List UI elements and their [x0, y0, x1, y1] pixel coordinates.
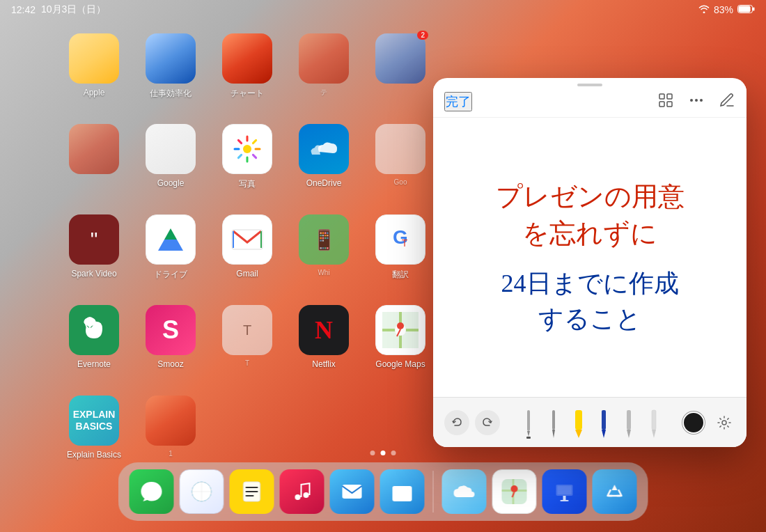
app-goo2[interactable]: Goo [362, 118, 439, 209]
svg-point-40 [304, 492, 309, 498]
dock-messages[interactable] [130, 469, 174, 514]
date: 10月3日（日） [41, 3, 106, 16]
wifi-icon [698, 4, 710, 15]
badge-count: 2 [417, 31, 428, 40]
svg-rect-58 [667, 102, 672, 107]
svg-marker-16 [158, 240, 183, 251]
svg-marker-75 [652, 430, 656, 438]
note-done-button[interactable]: 完了 [444, 92, 472, 111]
dock-files[interactable] [380, 469, 425, 514]
app-google-maps[interactable]: Google Maps [362, 299, 439, 390]
app-drive[interactable]: ドライブ [132, 209, 209, 299]
page-dots [370, 451, 396, 455]
dock-app-store[interactable] [593, 469, 637, 514]
color-picker[interactable] [682, 412, 705, 434]
svg-rect-74 [652, 410, 656, 430]
app-label-evernote: Evernote [77, 359, 111, 369]
svg-rect-56 [667, 94, 672, 99]
dock-notes[interactable] [230, 469, 274, 514]
app-label-goo2: Goo [394, 178, 407, 186]
note-line4: すること [538, 305, 641, 333]
svg-point-28 [397, 322, 404, 329]
dot-3 [391, 451, 396, 455]
note-edit-icon[interactable] [719, 92, 735, 111]
app-label-onedrive: OneDrive [306, 178, 342, 188]
svg-rect-1 [753, 8, 755, 11]
status-bar: 12:42 10月3日（日） 83% [0, 0, 766, 19]
svg-point-39 [295, 494, 301, 500]
undo-button[interactable] [444, 410, 469, 435]
app-label-chart: チャート [230, 88, 264, 100]
app-label-netflix: Netflix [312, 359, 335, 369]
dock-maps[interactable] [492, 469, 537, 514]
app-evernote[interactable]: Evernote [56, 299, 132, 390]
dock-mail[interactable] [330, 469, 375, 514]
svg-line-43 [301, 483, 311, 485]
dock-icloud[interactable] [442, 469, 487, 514]
note-toolbar-right [657, 92, 735, 111]
app-whi[interactable]: 📱 Whi [286, 209, 362, 299]
app-label-google: Google [157, 178, 185, 188]
pen-gray-tool[interactable] [618, 406, 640, 439]
settings-button[interactable] [713, 412, 735, 434]
app-gmail[interactable]: Gmail [209, 209, 286, 299]
dock-safari[interactable] [180, 469, 224, 514]
app-partial6[interactable] [56, 118, 132, 209]
app-label-t: T [245, 359, 249, 367]
time: 12:42 [11, 4, 36, 15]
dock-music[interactable] [280, 469, 325, 514]
pen-white-tool[interactable] [643, 406, 665, 439]
pen-blue-tool[interactable] [593, 406, 615, 439]
app-work-folder[interactable]: 仕事効率化 [132, 28, 209, 118]
svg-point-61 [700, 99, 703, 102]
note-line3: 24日までに作成 [501, 269, 679, 297]
app-label-num1: 1 [169, 450, 173, 457]
app-spark-video[interactable]: " Spark Video [56, 209, 132, 299]
note-more-icon[interactable] [688, 92, 705, 111]
svg-rect-57 [659, 102, 664, 107]
svg-text:T: T [402, 237, 408, 249]
note-grid-icon[interactable] [657, 92, 674, 111]
svg-line-11 [238, 155, 241, 157]
app-google-folder[interactable]: Google [132, 118, 209, 209]
status-left: 12:42 10月3日（日） [11, 3, 106, 16]
app-label-explain: Explain Basics [67, 450, 121, 460]
app-explain[interactable]: EXPLAINBASICS Explain Basics [56, 390, 132, 480]
app-label-gmail: Gmail [236, 269, 258, 279]
dock-keynote[interactable] [542, 469, 587, 514]
svg-marker-71 [602, 430, 606, 438]
pen1-tool[interactable] [542, 406, 565, 439]
app-translate[interactable]: G T 翻訳 [362, 209, 439, 299]
app-chart-folder[interactable]: チャート [209, 28, 286, 118]
redo-button[interactable] [475, 410, 500, 435]
app-label-maps: Google Maps [375, 359, 425, 369]
pencil-tool[interactable]: ∠ [517, 406, 540, 439]
svg-point-59 [695, 99, 698, 102]
app-netflix[interactable]: N Netflix [286, 299, 362, 390]
app-t[interactable]: T T [209, 299, 286, 390]
app-label-photos: 写真 [239, 178, 256, 190]
app-apple-folder[interactable]: Apple [56, 28, 132, 118]
svg-rect-64 [526, 437, 531, 439]
pen-tools-group: ∠ [508, 406, 674, 439]
svg-point-76 [722, 421, 726, 425]
svg-line-10 [253, 155, 256, 157]
battery-icon [737, 4, 755, 15]
note-content: プレゼンの用意 を忘れずに 24日までに作成 すること [433, 118, 747, 397]
svg-point-49 [511, 485, 518, 492]
note-line2: を忘れずに [522, 219, 657, 248]
app-smooz[interactable]: S Smooz [132, 299, 209, 390]
dot-1 [370, 451, 375, 455]
app-partial4[interactable]: テ [286, 28, 362, 118]
app-onedrive[interactable]: OneDrive [286, 118, 362, 209]
app-label-whi: Whi [318, 269, 329, 276]
svg-rect-44 [343, 485, 362, 499]
note-drawing-toolbar: ∠ [433, 397, 747, 447]
marker-yellow-tool[interactable] [568, 406, 590, 439]
app-badge-folder[interactable]: 2 [362, 28, 439, 118]
app-photos[interactable]: 写真 [209, 118, 286, 209]
svg-marker-73 [627, 430, 631, 438]
note-toolbar: 完了 [433, 86, 747, 118]
svg-rect-62 [527, 410, 530, 431]
svg-rect-70 [602, 410, 606, 430]
